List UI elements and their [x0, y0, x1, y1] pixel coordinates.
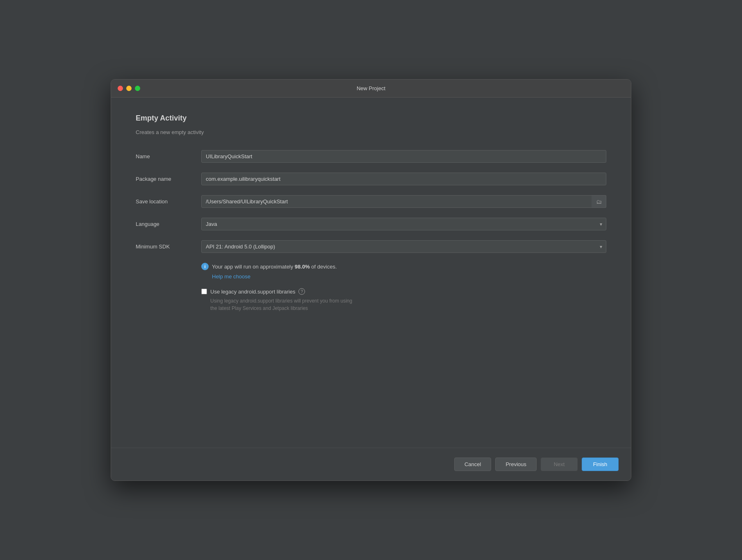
save-location-input[interactable]	[201, 195, 606, 208]
min-sdk-row: Minimum SDK API 16: Android 4.1 (Jelly B…	[136, 240, 606, 253]
min-sdk-label: Minimum SDK	[136, 244, 201, 250]
language-row: Language Java Kotlin ▾	[136, 218, 606, 230]
previous-button[interactable]: Previous	[495, 458, 537, 471]
new-project-window: New Project Empty Activity Creates a new…	[111, 79, 631, 481]
finish-button[interactable]: Finish	[582, 458, 619, 471]
sdk-info-section: i Your app will run on approximately 98.…	[201, 263, 606, 280]
browse-button[interactable]: 🗂	[592, 195, 606, 208]
legacy-help-icon[interactable]: ?	[298, 288, 305, 295]
language-label: Language	[136, 221, 201, 227]
activity-description: Creates a new empty activity	[136, 129, 606, 135]
browse-icon: 🗂	[596, 198, 602, 205]
help-me-choose-link[interactable]: Help me choose	[212, 273, 250, 280]
name-input[interactable]	[201, 150, 606, 163]
titlebar: New Project	[111, 80, 631, 98]
info-icon: i	[201, 263, 209, 270]
sdk-info-text: Your app will run on approximately 98.0%…	[212, 264, 337, 270]
legacy-checkbox[interactable]	[201, 289, 207, 294]
traffic-lights	[118, 86, 140, 91]
save-location-input-wrapper: 🗂	[201, 195, 606, 208]
language-select[interactable]: Java Kotlin	[201, 218, 606, 230]
next-button: Next	[541, 458, 578, 471]
save-location-row: Save location 🗂	[136, 195, 606, 208]
sdk-info-line: i Your app will run on approximately 98.…	[201, 263, 606, 270]
activity-title: Empty Activity	[136, 114, 606, 123]
legacy-label: Use legacy android.support libraries	[210, 289, 295, 295]
package-label: Package name	[136, 176, 201, 182]
legacy-description: Using legacy android.support libraries w…	[210, 297, 606, 312]
content-area: Empty Activity Creates a new empty activ…	[111, 98, 631, 448]
package-input[interactable]	[201, 173, 606, 185]
minimize-button[interactable]	[126, 86, 132, 91]
min-sdk-select[interactable]: API 16: Android 4.1 (Jelly Bean) API 17:…	[201, 240, 606, 253]
language-select-wrapper: Java Kotlin ▾	[201, 218, 606, 230]
save-location-label: Save location	[136, 198, 201, 205]
min-sdk-select-wrapper: API 16: Android 4.1 (Jelly Bean) API 17:…	[201, 240, 606, 253]
sdk-percent: 98.0%	[295, 264, 310, 270]
maximize-button[interactable]	[135, 86, 140, 91]
cancel-button[interactable]: Cancel	[454, 458, 491, 471]
legacy-checkbox-row: Use legacy android.support libraries ?	[201, 288, 606, 295]
footer: Cancel Previous Next Finish	[111, 448, 631, 480]
name-label: Name	[136, 153, 201, 159]
legacy-section: Use legacy android.support libraries ? U…	[201, 288, 606, 312]
window-title: New Project	[357, 85, 385, 91]
package-row: Package name	[136, 173, 606, 185]
name-row: Name	[136, 150, 606, 163]
close-button[interactable]	[118, 86, 123, 91]
